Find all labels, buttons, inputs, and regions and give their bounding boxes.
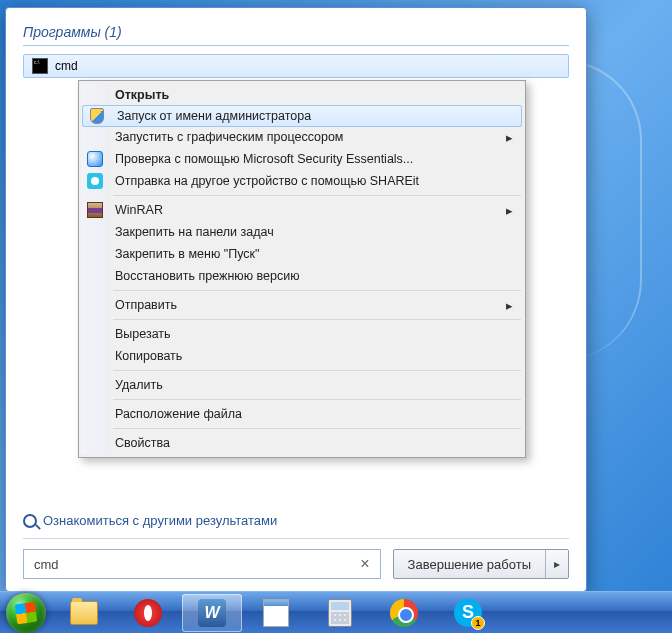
start-button[interactable] bbox=[6, 593, 46, 633]
divider bbox=[23, 538, 569, 539]
shutdown-button[interactable]: Завершение работы bbox=[394, 550, 545, 578]
notepad-icon bbox=[263, 599, 289, 627]
menu-properties[interactable]: Свойства bbox=[81, 432, 523, 454]
chevron-right-icon: ▸ bbox=[506, 298, 513, 313]
notification-badge: 1 bbox=[471, 616, 485, 630]
mse-icon bbox=[86, 150, 104, 168]
menu-restore-previous[interactable]: Восстановить прежнюю версию bbox=[81, 265, 523, 287]
menu-pin-start[interactable]: Закрепить в меню "Пуск" bbox=[81, 243, 523, 265]
menu-separator bbox=[113, 290, 521, 291]
menu-delete[interactable]: Удалить bbox=[81, 374, 523, 396]
menu-send-to[interactable]: Отправить ▸ bbox=[81, 294, 523, 316]
chevron-right-icon: ▸ bbox=[506, 203, 513, 218]
menu-separator bbox=[113, 370, 521, 371]
menu-separator bbox=[113, 319, 521, 320]
taskbar-word[interactable]: W bbox=[182, 594, 242, 632]
menu-run-as-admin[interactable]: Запуск от имени администратора bbox=[82, 105, 522, 127]
taskbar-chrome[interactable] bbox=[374, 594, 434, 632]
start-search-box[interactable]: × bbox=[23, 549, 381, 579]
winrar-icon bbox=[86, 201, 104, 219]
calculator-icon bbox=[328, 599, 352, 627]
search-result-cmd[interactable]: cmd bbox=[23, 54, 569, 78]
explorer-icon bbox=[70, 601, 98, 625]
clear-search-button[interactable]: × bbox=[356, 555, 373, 573]
menu-copy[interactable]: Копировать bbox=[81, 345, 523, 367]
shutdown-options-arrow[interactable]: ▸ bbox=[545, 550, 568, 578]
shareit-icon bbox=[86, 172, 104, 190]
menu-file-location[interactable]: Расположение файла bbox=[81, 403, 523, 425]
taskbar-calculator[interactable] bbox=[310, 594, 370, 632]
search-result-label: cmd bbox=[55, 59, 78, 73]
menu-open[interactable]: Открыть bbox=[81, 84, 523, 106]
chevron-right-icon: ▸ bbox=[506, 130, 513, 145]
see-more-results-link[interactable]: Ознакомиться с другими результатами bbox=[23, 507, 569, 534]
word-icon: W bbox=[198, 599, 226, 627]
context-menu: Открыть Запуск от имени администратора З… bbox=[78, 80, 526, 458]
menu-cut[interactable]: Вырезать bbox=[81, 323, 523, 345]
search-input[interactable] bbox=[34, 557, 356, 572]
shutdown-split-button: Завершение работы ▸ bbox=[393, 549, 569, 579]
taskbar-notepad[interactable] bbox=[246, 594, 306, 632]
shield-icon bbox=[88, 107, 106, 125]
menu-shareit[interactable]: Отправка на другое устройство с помощью … bbox=[81, 170, 523, 192]
menu-pin-taskbar[interactable]: Закрепить на панели задач bbox=[81, 221, 523, 243]
menu-mse-scan[interactable]: Проверка с помощью Microsoft Security Es… bbox=[81, 148, 523, 170]
divider bbox=[23, 45, 569, 46]
menu-winrar[interactable]: WinRAR ▸ bbox=[81, 199, 523, 221]
programs-header: Программы (1) bbox=[23, 22, 569, 43]
menu-separator bbox=[113, 428, 521, 429]
taskbar-skype[interactable]: S 1 bbox=[438, 594, 498, 632]
menu-run-with-gpu[interactable]: Запустить с графическим процессором ▸ bbox=[81, 126, 523, 148]
search-icon bbox=[23, 514, 37, 528]
see-more-results-label: Ознакомиться с другими результатами bbox=[43, 513, 277, 528]
skype-icon: S 1 bbox=[454, 599, 482, 627]
chrome-icon bbox=[390, 599, 418, 627]
cmd-icon bbox=[32, 58, 48, 74]
menu-separator bbox=[113, 399, 521, 400]
taskbar: W S 1 bbox=[0, 591, 672, 633]
taskbar-explorer[interactable] bbox=[54, 594, 114, 632]
opera-icon bbox=[134, 599, 162, 627]
menu-separator bbox=[113, 195, 521, 196]
taskbar-opera[interactable] bbox=[118, 594, 178, 632]
